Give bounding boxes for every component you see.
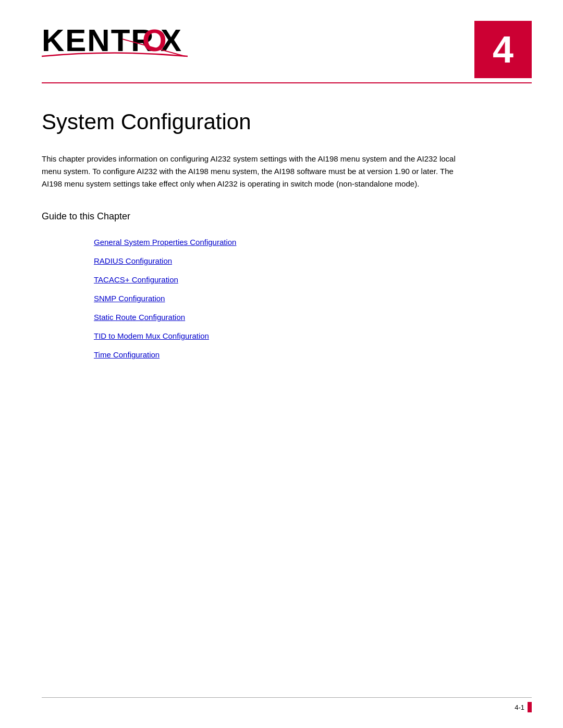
toc-link-tacacs[interactable]: TACACS+ Configuration	[94, 275, 178, 284]
footer-page-bar	[528, 702, 532, 712]
logo-area: KENTR O X	[42, 21, 188, 61]
footer: 4-1	[0, 697, 563, 712]
toc-item-3: TACACS+ Configuration	[94, 275, 521, 285]
page-number-text: 4-1	[515, 704, 524, 711]
toc-link-snmp[interactable]: SNMP Configuration	[94, 294, 165, 303]
footer-page-number: 4-1	[515, 702, 532, 712]
toc-link-label: Time Configuration	[94, 350, 160, 359]
footer-content: 4-1	[42, 702, 532, 712]
toc-link-label: RADIUS Configuration	[94, 256, 172, 265]
chapter-badge: 4	[474, 21, 532, 78]
toc-item-6: TID to Modem Mux Configuration	[94, 331, 521, 341]
header: KENTR O X 4	[0, 0, 563, 78]
toc-link-time[interactable]: Time Configuration	[94, 350, 160, 359]
toc-item-2: RADIUS Configuration	[94, 256, 521, 266]
toc-link-label: SNMP Configuration	[94, 294, 165, 303]
toc-item-1: General System Properties Configuration	[94, 238, 521, 247]
toc-link-tid[interactable]: TID to Modem Mux Configuration	[94, 331, 209, 340]
toc-link-static-route[interactable]: Static Route Configuration	[94, 313, 185, 322]
page: KENTR O X 4 System Configuration This ch…	[0, 0, 563, 728]
toc-link-label: Static Route Configuration	[94, 313, 185, 322]
chapter-number: 4	[493, 28, 513, 71]
intro-paragraph: This chapter provides information on con…	[42, 153, 469, 190]
svg-text:KENTR: KENTR	[42, 23, 155, 57]
logo: KENTR O X	[42, 21, 188, 61]
toc-link-general[interactable]: General System Properties Configuration	[94, 238, 236, 246]
toc-list: General System Properties Configuration …	[42, 238, 521, 360]
toc-link-label: General System Properties Configuration	[94, 238, 236, 246]
toc-link-label: TACACS+ Configuration	[94, 275, 178, 284]
toc-item-7: Time Configuration	[94, 350, 521, 360]
content: System Configuration This chapter provid…	[0, 83, 563, 400]
page-title: System Configuration	[42, 109, 521, 134]
toc-item-5: Static Route Configuration	[94, 313, 521, 322]
toc-link-label: TID to Modem Mux Configuration	[94, 331, 209, 340]
footer-line	[42, 697, 532, 698]
guide-heading: Guide to this Chapter	[42, 211, 521, 222]
toc-item-4: SNMP Configuration	[94, 294, 521, 303]
toc-link-radius[interactable]: RADIUS Configuration	[94, 256, 172, 265]
